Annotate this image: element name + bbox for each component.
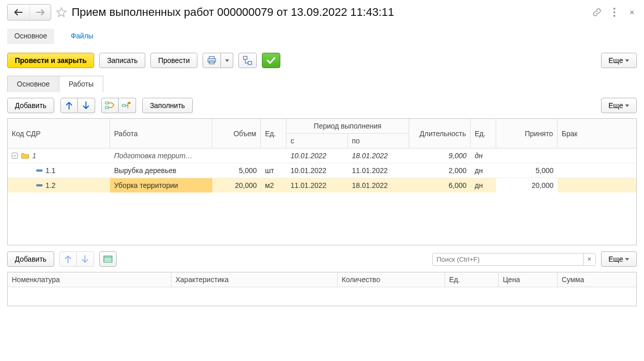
kebab-menu-icon[interactable] <box>609 7 619 17</box>
section-tabs: Основное Файлы <box>7 29 637 44</box>
cell-vol: 5,000 <box>212 163 261 178</box>
relations-icon <box>243 56 252 65</box>
works-more-button[interactable]: Еще <box>601 98 637 113</box>
col-kod[interactable]: Код СДР <box>8 119 110 148</box>
svg-rect-8 <box>105 102 108 104</box>
col-unit[interactable]: Ед. <box>261 119 286 148</box>
table-row[interactable]: 1.1 Вырубка деревьев 5,000 шт 10.01.2022… <box>8 163 636 178</box>
cell-from: 10.01.2022 <box>286 148 348 163</box>
col-unit[interactable]: Ед. <box>445 272 499 287</box>
arrow-left-icon <box>14 9 23 15</box>
relations-button[interactable] <box>238 53 257 68</box>
collapse-toggle-icon[interactable]: − <box>12 153 18 159</box>
col-from[interactable]: с <box>286 134 348 148</box>
pick-button[interactable] <box>99 251 117 267</box>
cell-rej <box>558 178 636 193</box>
nomen-add-button[interactable]: Добавить <box>7 251 54 267</box>
svg-rect-3 <box>209 57 214 59</box>
move-group-bottom <box>59 251 94 267</box>
post-button[interactable]: Провести <box>150 53 197 68</box>
cell-work: Вырубка деревьев <box>110 163 212 178</box>
favorite-star-icon[interactable] <box>55 6 68 18</box>
arrow-down-icon <box>81 255 88 263</box>
col-acc[interactable]: Принято <box>496 119 558 148</box>
works-grid-head: Код СДР Работа Объем Ед. Период выполнен… <box>8 119 636 148</box>
cell-from: 10.01.2022 <box>286 163 348 178</box>
tree-expand-button[interactable] <box>119 98 136 113</box>
svg-rect-7 <box>248 61 252 65</box>
move-down-button[interactable] <box>77 251 94 267</box>
col-to[interactable]: по <box>348 134 409 148</box>
nav-back-button[interactable] <box>8 5 29 20</box>
arrow-right-icon <box>36 9 45 15</box>
more-label: Еще <box>609 56 624 65</box>
cell-kod: 1.1 <box>46 166 55 175</box>
arrow-down-icon <box>82 101 90 110</box>
chevron-down-icon <box>225 59 229 62</box>
chevron-down-icon <box>625 258 629 261</box>
link-icon[interactable] <box>592 7 602 17</box>
svg-point-2 <box>613 15 615 17</box>
bottom-panel: Добавить × Еще Номенклатура Характеристи… <box>7 251 637 306</box>
cell-dur: 2,000 <box>409 163 471 178</box>
works-grid: Код СДР Работа Объем Ед. Период выполнен… <box>7 118 637 245</box>
svg-rect-15 <box>104 256 112 258</box>
section-tab-main[interactable]: Основное <box>7 29 54 44</box>
chevron-down-icon <box>625 104 629 107</box>
cell-to: 11.01.2022 <box>348 163 409 178</box>
svg-rect-6 <box>243 56 247 59</box>
search-input[interactable] <box>433 253 583 265</box>
move-group <box>60 98 95 113</box>
col-nomen[interactable]: Номенклатура <box>8 272 171 287</box>
check-icon <box>267 57 276 64</box>
cell-dunit: дн <box>471 163 496 178</box>
tree-collapse-button[interactable] <box>101 98 119 113</box>
col-char[interactable]: Характеристика <box>171 272 338 287</box>
nav-forward-button[interactable] <box>29 5 51 20</box>
move-up-button[interactable] <box>59 251 77 267</box>
works-grid-body[interactable]: − 1 Подготовка террит… 10.01.2022 18.01.… <box>8 148 636 245</box>
nomen-grid-body[interactable] <box>8 287 636 306</box>
col-sum[interactable]: Сумма <box>558 272 636 287</box>
post-and-close-button[interactable]: Провести и закрыть <box>7 53 94 68</box>
move-down-button[interactable] <box>78 98 95 113</box>
section-tab-files[interactable]: Файлы <box>63 29 100 44</box>
nomen-grid: Номенклатура Характеристика Количество Е… <box>7 272 637 306</box>
nav-group <box>7 4 51 20</box>
more-button[interactable]: Еще <box>601 53 637 68</box>
cell-acc: 20,000 <box>496 178 558 193</box>
svg-rect-10 <box>122 104 125 107</box>
col-dunit[interactable]: Ед. <box>471 119 496 148</box>
cell-unit: шт <box>261 163 286 178</box>
col-dur[interactable]: Длительность <box>409 119 471 148</box>
table-row[interactable]: − 1 Подготовка террит… 10.01.2022 18.01.… <box>8 148 636 163</box>
works-toolbar: Добавить Заполнить Еще <box>7 98 637 113</box>
table-row[interactable]: 1.2 Уборка территории 20,000 м2 11.01.20… <box>8 178 636 193</box>
col-price[interactable]: Цена <box>499 272 558 287</box>
page-title: Прием выполненных работ 000000079 от 13.… <box>72 6 394 19</box>
tree-group <box>101 98 136 113</box>
cell-kod: 1.2 <box>46 181 55 189</box>
inner-tab-main[interactable]: Основное <box>7 76 59 92</box>
print-button[interactable] <box>203 53 221 68</box>
bottom-toolbar: Добавить × Еще <box>7 251 637 267</box>
save-button[interactable]: Записать <box>99 53 145 68</box>
col-vol[interactable]: Объем <box>212 119 261 148</box>
inner-tab-works[interactable]: Работы <box>59 76 103 92</box>
move-up-button[interactable] <box>60 98 78 113</box>
cell-dur: 6,000 <box>409 178 471 193</box>
col-qty[interactable]: Количество <box>338 272 445 287</box>
search-clear-button[interactable]: × <box>583 253 595 265</box>
close-icon[interactable] <box>627 7 637 17</box>
approve-button[interactable] <box>262 53 280 68</box>
col-rej[interactable]: Брак <box>558 119 636 148</box>
works-add-button[interactable]: Добавить <box>7 98 54 113</box>
nomen-more-button[interactable]: Еще <box>601 251 637 267</box>
works-fill-button[interactable]: Заполнить <box>142 98 193 113</box>
cell-rej <box>558 163 636 178</box>
col-work[interactable]: Работа <box>110 119 212 148</box>
col-period[interactable]: Период выполнения с по <box>286 119 409 148</box>
print-dropdown-button[interactable] <box>221 53 233 68</box>
svg-point-0 <box>613 8 615 10</box>
inner-tabs-wrap: Основное Работы <box>7 75 637 92</box>
